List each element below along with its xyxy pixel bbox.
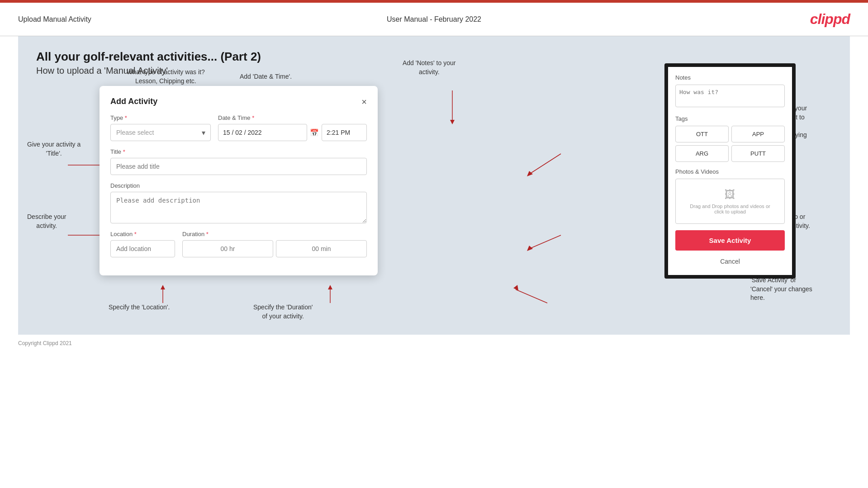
svg-marker-15 bbox=[513, 285, 518, 290]
svg-marker-19 bbox=[328, 285, 332, 289]
annotation-duration: Specify the 'Duration' of your activity. bbox=[253, 303, 313, 321]
main-content: All your golf-relevant activities... (Pa… bbox=[18, 36, 850, 335]
location-group: Location bbox=[110, 231, 175, 257]
copyright: Copyright Clippd 2021 bbox=[18, 340, 72, 346]
svg-marker-13 bbox=[527, 246, 533, 251]
dialog-title: Add Activity bbox=[110, 97, 157, 106]
mobile-inner: Notes Tags OTT APP ARG PUTT Photos & Vid… bbox=[668, 67, 792, 275]
title-input[interactable] bbox=[110, 158, 367, 175]
mobile-panel: Notes Tags OTT APP ARG PUTT Photos & Vid… bbox=[664, 63, 796, 279]
tags-section: Tags OTT APP ARG PUTT bbox=[675, 115, 785, 162]
duration-min-input[interactable] bbox=[276, 240, 367, 257]
duration-group: Duration bbox=[182, 231, 367, 257]
duration-label: Duration bbox=[182, 231, 367, 237]
photos-section: Photos & Videos 🖼 Drag and Drop photos a… bbox=[675, 168, 785, 224]
title-label: Title bbox=[110, 148, 367, 155]
type-select[interactable]: Please select bbox=[110, 124, 211, 141]
tag-app[interactable]: APP bbox=[731, 126, 785, 142]
add-activity-dialog: Add Activity × Type Please select Date &… bbox=[100, 86, 378, 275]
svg-line-12 bbox=[529, 235, 561, 249]
svg-line-14 bbox=[516, 289, 547, 303]
duration-inputs bbox=[182, 240, 367, 257]
annotation-location: Specify the 'Location'. bbox=[109, 303, 170, 312]
type-group: Type Please select bbox=[110, 114, 211, 141]
tag-putt[interactable]: PUTT bbox=[731, 145, 785, 162]
header: Upload Manual Activity User Manual - Feb… bbox=[0, 3, 868, 36]
photos-placeholder: Drag and Drop photos and videos or click… bbox=[685, 204, 775, 214]
cancel-button[interactable]: Cancel bbox=[675, 255, 785, 268]
title-group: Title bbox=[110, 148, 367, 175]
manual-title: User Manual - February 2022 bbox=[387, 15, 481, 24]
page-title: Upload Manual Activity bbox=[18, 15, 91, 24]
photos-dropzone[interactable]: 🖼 Drag and Drop photos and videos or cli… bbox=[675, 179, 785, 224]
notes-input[interactable] bbox=[675, 85, 785, 107]
tag-arg[interactable]: ARG bbox=[675, 145, 729, 162]
calendar-icon: 📅 bbox=[310, 128, 319, 137]
annotation-description: Describe your activity. bbox=[27, 213, 66, 230]
duration-hr-input[interactable] bbox=[182, 240, 273, 257]
svg-line-10 bbox=[529, 154, 561, 174]
svg-marker-9 bbox=[450, 120, 455, 124]
tags-grid: OTT APP ARG PUTT bbox=[675, 126, 785, 162]
dialog-header: Add Activity × bbox=[110, 97, 367, 106]
svg-marker-17 bbox=[161, 285, 165, 289]
annotation-save-cancel: 'Save Activity' or 'Cancel' your changes… bbox=[750, 276, 845, 303]
description-label: Description bbox=[110, 182, 367, 189]
save-activity-button[interactable]: Save Activity bbox=[675, 230, 785, 251]
tag-ott[interactable]: OTT bbox=[675, 126, 729, 142]
type-select-wrapper: Please select bbox=[110, 124, 211, 141]
notes-label: Notes bbox=[675, 74, 785, 81]
location-label: Location bbox=[110, 231, 175, 237]
photos-label: Photos & Videos bbox=[675, 168, 785, 175]
description-input[interactable] bbox=[110, 192, 367, 223]
time-input[interactable] bbox=[322, 124, 367, 141]
datetime-group: Date & Time 📅 bbox=[218, 114, 367, 141]
logo: clippd bbox=[810, 11, 850, 28]
svg-marker-11 bbox=[527, 171, 533, 176]
tags-label: Tags bbox=[675, 115, 785, 122]
datetime-label: Date & Time bbox=[218, 114, 367, 121]
annotation-title: Give your activity a 'Title'. bbox=[27, 140, 81, 158]
type-label: Type bbox=[110, 114, 211, 121]
type-datetime-row: Type Please select Date & Time 📅 bbox=[110, 114, 367, 141]
date-input[interactable] bbox=[218, 124, 307, 141]
location-input[interactable] bbox=[110, 240, 175, 257]
annotation-datetime: Add 'Date & Time'. bbox=[240, 72, 292, 81]
footer: Copyright Clippd 2021 bbox=[0, 335, 868, 352]
close-button[interactable]: × bbox=[361, 97, 367, 106]
location-duration-row: Location Duration bbox=[110, 231, 367, 257]
annotation-type: What type of activity was it? Lesson, Ch… bbox=[127, 68, 205, 85]
annotation-notes: Add 'Notes' to your activity. bbox=[403, 59, 455, 76]
description-group: Description bbox=[110, 182, 367, 223]
photo-icon: 🖼 bbox=[685, 188, 775, 201]
datetime-inputs: 📅 bbox=[218, 124, 367, 141]
